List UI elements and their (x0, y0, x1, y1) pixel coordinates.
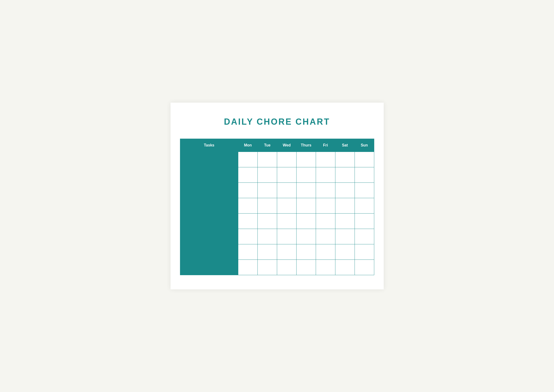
page-title: DAILY CHORE CHART (224, 117, 330, 127)
table-row (180, 244, 374, 260)
table-row (180, 183, 374, 198)
day-cell-row-0-day-5[interactable] (335, 152, 354, 167)
table-row (180, 229, 374, 244)
day-cell-row-4-day-4[interactable] (316, 214, 335, 229)
day-cell-row-4-day-2[interactable] (277, 214, 296, 229)
task-cell-row-3[interactable] (180, 198, 238, 214)
day-cell-row-3-day-0[interactable] (238, 198, 258, 214)
day-cell-row-7-day-1[interactable] (258, 260, 277, 275)
day-cell-row-3-day-1[interactable] (258, 198, 277, 214)
task-cell-row-0[interactable] (180, 152, 238, 167)
thurs-column-header: Thurs (296, 139, 316, 152)
day-cell-row-1-day-5[interactable] (335, 167, 354, 183)
day-cell-row-7-day-6[interactable] (354, 260, 374, 275)
day-cell-row-2-day-6[interactable] (354, 183, 374, 198)
day-cell-row-4-day-0[interactable] (238, 214, 258, 229)
day-cell-row-7-day-3[interactable] (296, 260, 316, 275)
day-cell-row-5-day-5[interactable] (335, 229, 354, 244)
day-cell-row-0-day-2[interactable] (277, 152, 296, 167)
day-cell-row-7-day-2[interactable] (277, 260, 296, 275)
task-cell-row-2[interactable] (180, 183, 238, 198)
day-cell-row-3-day-3[interactable] (296, 198, 316, 214)
day-cell-row-0-day-6[interactable] (354, 152, 374, 167)
day-cell-row-2-day-2[interactable] (277, 183, 296, 198)
day-cell-row-2-day-1[interactable] (258, 183, 277, 198)
sat-column-header: Sat (335, 139, 354, 152)
chore-table: Tasks Mon Tue Wed Thurs Fri Sat Sun (180, 139, 374, 275)
day-cell-row-0-day-1[interactable] (258, 152, 277, 167)
table-row (180, 167, 374, 183)
day-cell-row-3-day-2[interactable] (277, 198, 296, 214)
day-cell-row-6-day-4[interactable] (316, 244, 335, 260)
day-cell-row-6-day-6[interactable] (354, 244, 374, 260)
table-row (180, 214, 374, 229)
day-cell-row-0-day-0[interactable] (238, 152, 258, 167)
day-cell-row-2-day-3[interactable] (296, 183, 316, 198)
day-cell-row-7-day-0[interactable] (238, 260, 258, 275)
chart-container: Tasks Mon Tue Wed Thurs Fri Sat Sun (180, 139, 374, 275)
day-cell-row-6-day-1[interactable] (258, 244, 277, 260)
day-cell-row-2-day-5[interactable] (335, 183, 354, 198)
day-cell-row-6-day-3[interactable] (296, 244, 316, 260)
table-header-row: Tasks Mon Tue Wed Thurs Fri Sat Sun (180, 139, 374, 152)
day-cell-row-0-day-4[interactable] (316, 152, 335, 167)
day-cell-row-3-day-6[interactable] (354, 198, 374, 214)
day-cell-row-5-day-0[interactable] (238, 229, 258, 244)
day-cell-row-2-day-0[interactable] (238, 183, 258, 198)
day-cell-row-1-day-1[interactable] (258, 167, 277, 183)
task-cell-row-5[interactable] (180, 229, 238, 244)
sun-column-header: Sun (354, 139, 374, 152)
day-cell-row-3-day-4[interactable] (316, 198, 335, 214)
day-cell-row-7-day-5[interactable] (335, 260, 354, 275)
fri-column-header: Fri (316, 139, 335, 152)
day-cell-row-6-day-2[interactable] (277, 244, 296, 260)
page: DAILY CHORE CHART Tasks Mon Tue Wed Thur… (171, 103, 384, 289)
table-row (180, 198, 374, 214)
day-cell-row-4-day-1[interactable] (258, 214, 277, 229)
task-cell-row-7[interactable] (180, 260, 238, 275)
task-cell-row-4[interactable] (180, 214, 238, 229)
day-cell-row-6-day-5[interactable] (335, 244, 354, 260)
day-cell-row-1-day-6[interactable] (354, 167, 374, 183)
day-cell-row-7-day-4[interactable] (316, 260, 335, 275)
day-cell-row-5-day-6[interactable] (354, 229, 374, 244)
day-cell-row-1-day-3[interactable] (296, 167, 316, 183)
wed-column-header: Wed (277, 139, 296, 152)
day-cell-row-5-day-1[interactable] (258, 229, 277, 244)
day-cell-row-1-day-4[interactable] (316, 167, 335, 183)
mon-column-header: Mon (238, 139, 258, 152)
day-cell-row-4-day-5[interactable] (335, 214, 354, 229)
day-cell-row-1-day-2[interactable] (277, 167, 296, 183)
table-row (180, 260, 374, 275)
day-cell-row-5-day-3[interactable] (296, 229, 316, 244)
tue-column-header: Tue (258, 139, 277, 152)
day-cell-row-0-day-3[interactable] (296, 152, 316, 167)
day-cell-row-1-day-0[interactable] (238, 167, 258, 183)
table-row (180, 152, 374, 167)
day-cell-row-4-day-6[interactable] (354, 214, 374, 229)
tasks-column-header: Tasks (180, 139, 238, 152)
task-cell-row-1[interactable] (180, 167, 238, 183)
day-cell-row-3-day-5[interactable] (335, 198, 354, 214)
task-cell-row-6[interactable] (180, 244, 238, 260)
day-cell-row-5-day-4[interactable] (316, 229, 335, 244)
day-cell-row-5-day-2[interactable] (277, 229, 296, 244)
day-cell-row-4-day-3[interactable] (296, 214, 316, 229)
day-cell-row-6-day-0[interactable] (238, 244, 258, 260)
day-cell-row-2-day-4[interactable] (316, 183, 335, 198)
